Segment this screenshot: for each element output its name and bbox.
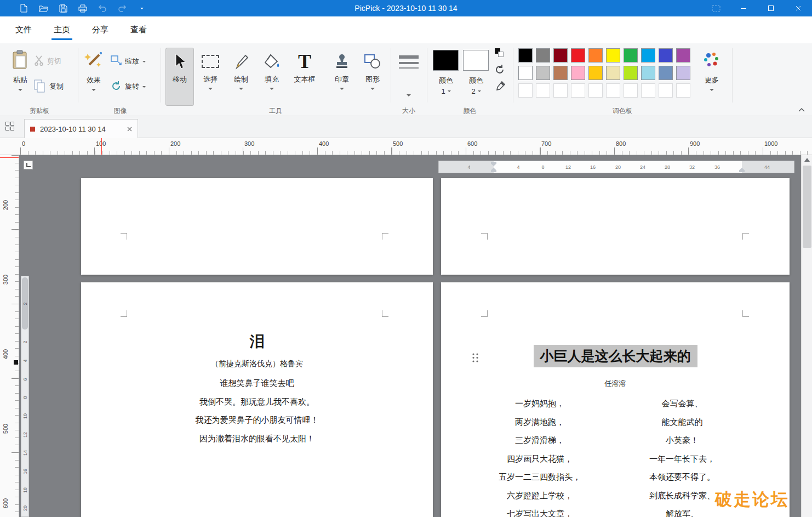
open-folder-icon[interactable] — [38, 0, 48, 16]
color2-button[interactable]: 颜色 2 — [463, 50, 489, 95]
group-separator — [391, 48, 391, 103]
palette-color[interactable] — [624, 48, 638, 63]
scroll-up-icon[interactable] — [804, 158, 810, 162]
tool-shapes[interactable]: 图形 — [358, 48, 387, 106]
palette-color[interactable] — [676, 66, 690, 80]
document-tab[interactable]: 2023-10-10 11 30 14 — [24, 119, 138, 138]
captured-page-top-right — [441, 178, 790, 275]
group-label-image: 图像 — [80, 106, 161, 116]
effects-button[interactable]: 效果 — [80, 48, 107, 105]
palette-color[interactable] — [518, 66, 533, 80]
palette-color[interactable] — [553, 66, 568, 80]
group-label-tools: 工具 — [161, 106, 391, 116]
palette-color[interactable] — [641, 66, 655, 80]
palette-color[interactable] — [518, 48, 533, 63]
tab-list-icon[interactable] — [5, 122, 15, 132]
palette-color[interactable] — [588, 66, 603, 80]
palette-color-empty[interactable] — [588, 83, 603, 98]
palette-color[interactable] — [571, 66, 585, 80]
color1-button[interactable]: 颜色 1 — [433, 50, 459, 95]
text-icon: T — [298, 50, 311, 73]
undo-icon[interactable] — [98, 0, 107, 16]
palette-color[interactable] — [536, 48, 550, 63]
palette-color[interactable] — [571, 48, 585, 63]
cut-button[interactable]: 剪切 — [34, 54, 61, 69]
rotate-button[interactable]: 旋转 — [111, 79, 146, 94]
tool-stamp[interactable]: 印章 — [328, 48, 356, 106]
tool-select[interactable]: 选择 — [196, 48, 225, 106]
poem-right-author: 任溶溶 — [441, 379, 790, 389]
tab-share[interactable]: 分享 — [81, 16, 119, 43]
editor-canvas[interactable]: 4 4 8 12 16 20 24 28 32 36 44 2 2 4 6 8 … — [19, 155, 801, 517]
palette-color-empty[interactable] — [606, 83, 620, 98]
more-colors-button[interactable]: 更多 — [698, 48, 725, 105]
word-vruler-number: 20 — [22, 503, 28, 513]
paste-button[interactable]: 粘贴 — [7, 48, 34, 105]
tab-view[interactable]: 查看 — [119, 16, 158, 43]
new-document-icon[interactable] — [19, 0, 28, 16]
word-hruler-number: 4 — [464, 164, 474, 170]
palette-color-empty[interactable] — [536, 83, 550, 98]
select-dropdown-icon — [208, 88, 213, 90]
scrollbar-thumb[interactable] — [803, 166, 811, 248]
word-hruler-number: 28 — [662, 164, 673, 170]
tool-draw[interactable]: 绘制 — [227, 48, 255, 106]
scissors-icon — [34, 55, 44, 67]
palette-color[interactable] — [553, 48, 568, 63]
palette-color[interactable] — [606, 48, 620, 63]
palette-color[interactable] — [536, 66, 550, 80]
tool-textbox[interactable]: T 文本框 — [288, 48, 321, 106]
word-hruler-number: 36 — [712, 164, 723, 170]
minimize-button[interactable] — [730, 0, 757, 16]
tab-close-icon[interactable] — [127, 125, 132, 133]
palette-color-empty[interactable] — [553, 83, 568, 98]
word-hruler-number: 4 — [513, 164, 524, 170]
palette-color[interactable] — [624, 66, 638, 80]
tool-move[interactable]: 移动 — [165, 48, 194, 106]
copy-button[interactable]: 复制 — [34, 79, 64, 94]
collapse-ribbon-icon[interactable] — [798, 105, 805, 115]
move-cursor-icon — [173, 50, 186, 73]
palette-color[interactable] — [606, 66, 620, 80]
save-icon[interactable] — [58, 0, 68, 16]
palette-color-empty[interactable] — [659, 83, 673, 98]
redo-icon[interactable] — [117, 0, 127, 16]
swap-colors-icon[interactable] — [495, 48, 504, 58]
quick-access-dropdown-icon[interactable] — [137, 0, 147, 16]
capture-region-icon[interactable] — [702, 0, 730, 16]
palette-color[interactable] — [588, 48, 603, 63]
poem-line: 因为潵着泪水的眼看不见太阳！ — [81, 430, 433, 448]
size-button[interactable] — [393, 49, 424, 106]
tool-fill[interactable]: 填充 — [258, 48, 286, 106]
palette-color[interactable] — [676, 48, 690, 63]
paint-bucket-icon — [263, 50, 281, 73]
eyedropper-icon[interactable] — [495, 81, 506, 93]
palette-color-empty[interactable] — [641, 83, 655, 98]
tab-file[interactable]: 文件 — [4, 16, 43, 43]
palette-color[interactable] — [659, 66, 673, 80]
palette-color-empty[interactable] — [518, 83, 533, 98]
close-button[interactable] — [785, 0, 812, 16]
document-tabbar: 2023-10-10 11 30 14 — [0, 116, 812, 138]
vertical-scrollbar[interactable] — [801, 155, 812, 517]
reset-colors-icon[interactable] — [494, 64, 505, 77]
captured-page-top-left — [81, 178, 433, 275]
hruler-major-ticks — [20, 147, 812, 155]
palette-color-empty[interactable] — [624, 83, 638, 98]
maximize-button[interactable] — [757, 0, 785, 16]
tab-home[interactable]: 主页 — [43, 16, 81, 43]
word-vruler-number: 12 — [22, 430, 28, 440]
palette-color[interactable] — [659, 48, 673, 63]
hruler-number: 600 — [467, 140, 477, 147]
resize-dropdown-icon — [142, 61, 146, 63]
print-icon[interactable] — [78, 0, 88, 16]
resize-button[interactable]: 缩放 — [111, 54, 146, 69]
group-label-colors: 颜色 — [427, 106, 513, 116]
palette-color-empty[interactable] — [571, 83, 585, 98]
palette-color[interactable] — [641, 48, 655, 63]
rotate-label: 旋转 — [125, 82, 139, 92]
word-hruler-number: 32 — [687, 164, 697, 170]
line-width-icon — [399, 50, 419, 73]
palette-color-empty[interactable] — [676, 83, 690, 98]
selection-rect-icon — [202, 50, 219, 73]
